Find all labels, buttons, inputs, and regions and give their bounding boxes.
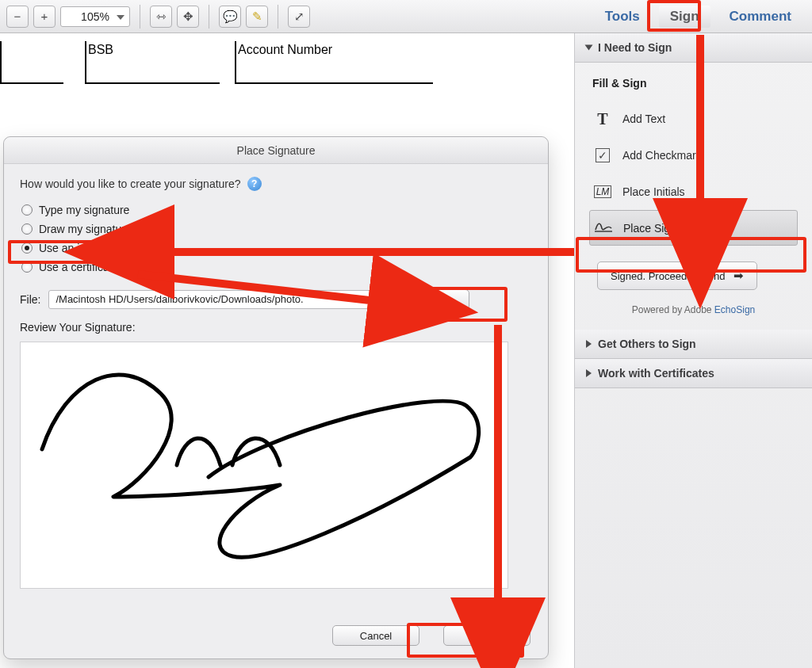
file-path-value: /Macintosh HD/Users/daliborivkovic/Downl… bbox=[56, 293, 303, 305]
checkmark-icon: ✓ bbox=[594, 147, 611, 164]
review-signature-label: Review Your Signature: bbox=[20, 321, 532, 334]
item-label: Place Signature bbox=[623, 222, 702, 235]
section-title: Work with Certificates bbox=[598, 367, 714, 380]
radio-use-certificate[interactable]: Use a certificate bbox=[20, 258, 532, 277]
accept-button[interactable]: Accept bbox=[443, 625, 530, 646]
echosign-link[interactable]: EchoSign bbox=[714, 304, 755, 315]
proceed-to-send-button[interactable]: Signed. Proceed to Send ➡ bbox=[597, 261, 757, 290]
radio-label: Type my signature bbox=[39, 204, 129, 216]
highlight-button[interactable]: ✎ bbox=[246, 6, 268, 28]
comment-bubble-button[interactable]: 💬 bbox=[219, 6, 241, 28]
fit-width-icon: ⇿ bbox=[156, 10, 167, 24]
radio-icon bbox=[21, 204, 33, 216]
plus-icon: + bbox=[41, 10, 48, 23]
file-label: File: bbox=[20, 293, 40, 306]
fit-page-icon: ✥ bbox=[183, 10, 193, 24]
place-signature-item[interactable]: Place Signature bbox=[589, 210, 798, 246]
minus-icon: − bbox=[14, 10, 21, 23]
radio-type-signature[interactable]: Type my signature bbox=[20, 200, 532, 219]
highlight-icon: ✎ bbox=[252, 10, 262, 24]
item-label: Add Checkmark bbox=[622, 149, 702, 162]
button-label: Accept bbox=[471, 630, 503, 642]
fit-page-button[interactable]: ✥ bbox=[177, 6, 199, 28]
file-path-input[interactable]: /Macintosh HD/Users/daliborivkovic/Downl… bbox=[48, 290, 381, 309]
fill-sign-heading: Fill & Sign bbox=[592, 77, 798, 90]
arrow-right-icon: ➡ bbox=[733, 269, 744, 283]
tools-link[interactable]: Tools bbox=[605, 9, 640, 25]
text-icon: T bbox=[594, 110, 611, 128]
comment-link[interactable]: Comment bbox=[730, 9, 791, 25]
item-label: Add Text bbox=[622, 113, 665, 125]
panel-section-need-sign[interactable]: I Need to Sign bbox=[575, 33, 812, 63]
radio-label: Use a certificate bbox=[39, 261, 118, 273]
radio-use-image[interactable]: Use an image bbox=[20, 239, 532, 258]
chevron-right-icon bbox=[586, 340, 592, 348]
button-label: Signed. Proceed to Send bbox=[611, 270, 726, 282]
radio-draw-signature[interactable]: Draw my signature bbox=[20, 219, 532, 239]
panel-section-certs[interactable]: Work with Certificates bbox=[575, 359, 812, 388]
button-label: Browse... bbox=[408, 290, 450, 302]
help-icon[interactable]: ? bbox=[247, 177, 262, 191]
sign-panel: I Need to Sign Fill & Sign T Add Text ✓ … bbox=[574, 33, 812, 668]
expand-icon: ⤢ bbox=[294, 10, 304, 24]
place-initials-item[interactable]: LM Place Initials bbox=[589, 174, 798, 210]
powered-by-label: Powered by Adobe EchoSign bbox=[589, 304, 798, 315]
signature-preview bbox=[20, 342, 508, 589]
dialog-title: Place Signature bbox=[4, 137, 548, 164]
radio-icon bbox=[21, 261, 33, 273]
signature-image bbox=[26, 346, 502, 584]
radio-label: Use an image bbox=[39, 242, 107, 254]
chevron-right-icon bbox=[586, 369, 592, 377]
signature-icon bbox=[595, 220, 612, 235]
add-checkmark-item[interactable]: ✓ Add Checkmark bbox=[589, 137, 798, 174]
bsb-label: BSB bbox=[88, 43, 113, 57]
zoom-in-button[interactable]: + bbox=[33, 6, 56, 28]
fullscreen-button[interactable]: ⤢ bbox=[288, 6, 310, 28]
fit-width-button[interactable]: ⇿ bbox=[150, 6, 172, 28]
sign-tab-button[interactable]: Sign bbox=[659, 6, 710, 28]
zoom-value: 105% bbox=[81, 10, 109, 23]
radio-icon bbox=[21, 223, 33, 235]
main-toolbar: − + 105% ⇿ ✥ 💬 ✎ ⤢ Tools Sign Comment bbox=[0, 0, 812, 33]
zoom-level-select[interactable]: 105% bbox=[60, 6, 130, 27]
button-label: Cancel bbox=[360, 630, 392, 642]
dialog-question: How would you like to create your signat… bbox=[20, 177, 241, 190]
account-number-label: Account Number bbox=[238, 43, 332, 57]
initials-icon: LM bbox=[594, 183, 611, 200]
chevron-down-icon bbox=[585, 45, 593, 51]
section-title: Get Others to Sign bbox=[598, 338, 696, 350]
radio-icon-selected bbox=[21, 242, 33, 254]
item-label: Place Initials bbox=[622, 185, 685, 198]
place-signature-dialog: Place Signature How would you like to cr… bbox=[3, 136, 549, 659]
comment-icon: 💬 bbox=[223, 10, 238, 24]
section-title: I Need to Sign bbox=[598, 41, 672, 54]
add-text-item[interactable]: T Add Text bbox=[589, 101, 798, 137]
panel-section-others[interactable]: Get Others to Sign bbox=[575, 330, 812, 359]
cancel-button[interactable]: Cancel bbox=[332, 625, 419, 646]
radio-label: Draw my signature bbox=[39, 223, 132, 235]
browse-button[interactable]: Browse... bbox=[389, 289, 469, 310]
zoom-out-button[interactable]: − bbox=[6, 6, 29, 28]
